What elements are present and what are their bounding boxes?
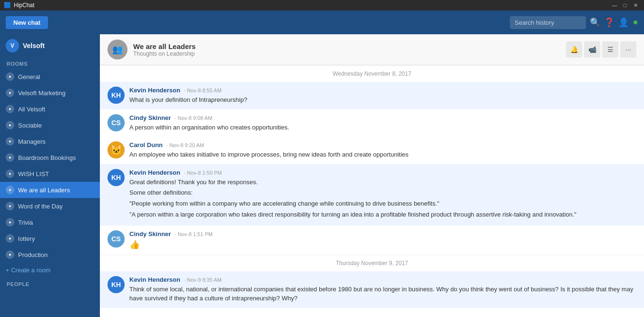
table-row: KH Kevin Henderson · Nov-8 1:50 PM Great… xyxy=(100,164,644,226)
main-layout: V Velsoft ROOMS ● General ● Velsoft Mark… xyxy=(0,34,644,317)
sidebar-item-label: Trivia xyxy=(18,219,33,226)
chat-header-info: We are all Leaders Thoughts on Leadershi… xyxy=(133,42,560,57)
close-button[interactable]: ✕ xyxy=(631,0,640,10)
people-section-label: PEOPLE xyxy=(0,277,100,289)
room-icon: ● xyxy=(6,121,14,129)
rooms-section-label: ROOMS xyxy=(0,57,100,69)
date-divider-1: Wednesday November 8, 2017 xyxy=(100,65,644,82)
app-title: HipChat xyxy=(14,2,34,9)
message-text: An employee who takes initiative to impr… xyxy=(129,150,636,159)
profile-icon[interactable]: 👤 xyxy=(618,17,629,28)
workspace-avatar: V xyxy=(6,39,19,52)
message-content: Cindy Skinner · Nov-8 9:08 AM A person w… xyxy=(129,114,636,132)
minimize-button[interactable]: — xyxy=(610,0,619,10)
message-author: Cindy Skinner xyxy=(129,114,171,121)
room-icon: ● xyxy=(6,89,14,97)
message-content: Kevin Henderson · Nov-8 1:50 PM Great de… xyxy=(129,169,636,221)
chat-header-actions: 🔔 📹 ☰ ··· xyxy=(566,41,636,58)
status-indicator xyxy=(633,20,638,25)
message-content: Kevin Henderson · Nov-9 8:35 AM Think of… xyxy=(129,276,636,303)
message-header: Cindy Skinner · Nov-8 1:51 PM xyxy=(129,230,636,238)
table-row: 🐱 Carol Dunn · Nov-8 9:20 AM An employee… xyxy=(100,137,644,164)
sidebar-item-we-are-all-leaders[interactable]: ● We are all Leaders xyxy=(0,182,100,198)
message-time: · Nov-8 9:08 AM xyxy=(175,115,212,121)
sidebar-item-label: Sociable xyxy=(18,122,42,129)
sidebar-item-word-of-the-day[interactable]: ● Word of the Day xyxy=(0,198,100,214)
message-time: · Nov-8 1:50 PM xyxy=(184,170,222,176)
table-row: CS Cindy Skinner · Nov-8 9:08 AM A perso… xyxy=(100,109,644,137)
message-content: Cindy Skinner · Nov-8 1:51 PM 👍 xyxy=(129,230,636,250)
message-author: Kevin Henderson xyxy=(129,169,180,176)
sidebar-item-label: WISH LIST xyxy=(18,170,49,178)
date-divider-2: Thursday November 9, 2017 xyxy=(100,255,644,271)
sidebar-item-trivia[interactable]: ● Trivia xyxy=(0,214,100,230)
chat-area: 👥 We are all Leaders Thoughts on Leaders… xyxy=(100,34,644,317)
sidebar-item-production[interactable]: ● Production xyxy=(0,247,100,263)
sidebar-item-lottery[interactable]: ● lottery xyxy=(0,230,100,247)
title-bar-left: 🟦 HipChat xyxy=(4,2,34,9)
messages-container: Wednesday November 8, 2017 KH Kevin Hend… xyxy=(100,65,644,317)
room-icon: ● xyxy=(6,234,14,243)
search-icon[interactable]: 🔍 xyxy=(590,17,600,28)
more-button[interactable]: ··· xyxy=(620,41,636,58)
sidebar-item-label: General xyxy=(18,73,40,80)
avatar: CS xyxy=(107,230,125,248)
chat-room-subtitle: Thoughts on Leadership xyxy=(133,50,560,57)
message-time: · Nov-8 8:55 AM xyxy=(184,88,222,93)
table-row: KH Kevin Henderson · Nov-9 8:35 AM Think… xyxy=(100,271,644,308)
sidebar-item-label: Word of the Day xyxy=(18,203,63,210)
message-header: Cindy Skinner · Nov-8 9:08 AM xyxy=(129,114,636,121)
room-icon: ● xyxy=(6,137,14,146)
sidebar-item-label: All Velsoft xyxy=(18,106,45,113)
avatar: 🐱 xyxy=(107,141,125,158)
table-row: KH Kevin Henderson · Nov-8 8:55 AM What … xyxy=(100,82,644,109)
message-author: Kevin Henderson xyxy=(129,276,180,283)
new-chat-button[interactable]: New chat xyxy=(6,16,48,29)
sidebar-item-label: Production xyxy=(18,251,48,258)
message-header: Kevin Henderson · Nov-9 8:35 AM xyxy=(129,276,636,283)
create-room-button[interactable]: + Create a room xyxy=(0,263,100,277)
room-avatar: 👥 xyxy=(107,40,127,59)
room-icon: ● xyxy=(6,72,14,81)
message-text: Great definitions! Thank you for the res… xyxy=(129,178,636,188)
avatar: KH xyxy=(107,169,125,186)
message-content: Kevin Henderson · Nov-8 8:55 AM What is … xyxy=(129,87,636,105)
top-bar: New chat 🔍 ❓ 👤 xyxy=(0,10,644,34)
sidebar-item-velsoft-marketing[interactable]: ● Velsoft Marketing xyxy=(0,85,100,101)
sidebar-item-wish-list[interactable]: ● WISH LIST xyxy=(0,166,100,182)
search-input[interactable] xyxy=(510,16,586,29)
message-content: Carol Dunn · Nov-8 9:20 AM An employee w… xyxy=(129,141,636,159)
chat-header: 👥 We are all Leaders Thoughts on Leaders… xyxy=(100,34,644,65)
avatar: CS xyxy=(107,114,125,131)
room-icon: ● xyxy=(6,218,14,227)
create-room-label: + Create a room xyxy=(6,267,50,274)
message-text: Some other definitions: xyxy=(129,188,636,198)
bell-button[interactable]: 🔔 xyxy=(566,41,582,58)
room-icon: ● xyxy=(6,153,14,162)
sidebar-item-managers[interactable]: ● Managers xyxy=(0,133,100,149)
workspace-header[interactable]: V Velsoft xyxy=(0,34,100,57)
message-text: What is your definition of Intrapreneurs… xyxy=(129,95,636,105)
video-button[interactable]: 📹 xyxy=(584,41,600,58)
message-author: Carol Dunn xyxy=(129,141,163,149)
chat-room-title: We are all Leaders xyxy=(133,42,560,50)
message-header: Carol Dunn · Nov-8 9:20 AM xyxy=(129,141,636,149)
maximize-button[interactable]: □ xyxy=(620,0,630,10)
sidebar-item-label: Managers xyxy=(18,138,46,145)
thumbs-up-emoji: 👍 xyxy=(129,239,636,250)
room-icon: ● xyxy=(6,169,14,178)
list-button[interactable]: ☰ xyxy=(602,41,618,58)
avatar: KH xyxy=(107,276,125,293)
sidebar-item-general[interactable]: ● General xyxy=(0,69,100,85)
message-text: A person within an organisation who crea… xyxy=(129,123,636,132)
message-text: "A person within a large corporation who… xyxy=(129,210,636,220)
help-icon[interactable]: ❓ xyxy=(604,17,615,28)
table-row: CS Cindy Skinner · Nov-8 1:51 PM 👍 xyxy=(100,226,644,255)
message-header: Kevin Henderson · Nov-8 8:55 AM xyxy=(129,87,636,94)
sidebar-item-all-velsoft[interactable]: ● All Velsoft xyxy=(0,101,100,117)
sidebar-item-sociable[interactable]: ● Sociable xyxy=(0,117,100,133)
message-author: Cindy Skinner xyxy=(129,230,171,238)
message-time: · Nov-9 8:35 AM xyxy=(184,277,222,283)
sidebar-item-boardroom-bookings[interactable]: ● Boardroom Bookings xyxy=(0,149,100,166)
room-icon: ● xyxy=(6,250,14,259)
